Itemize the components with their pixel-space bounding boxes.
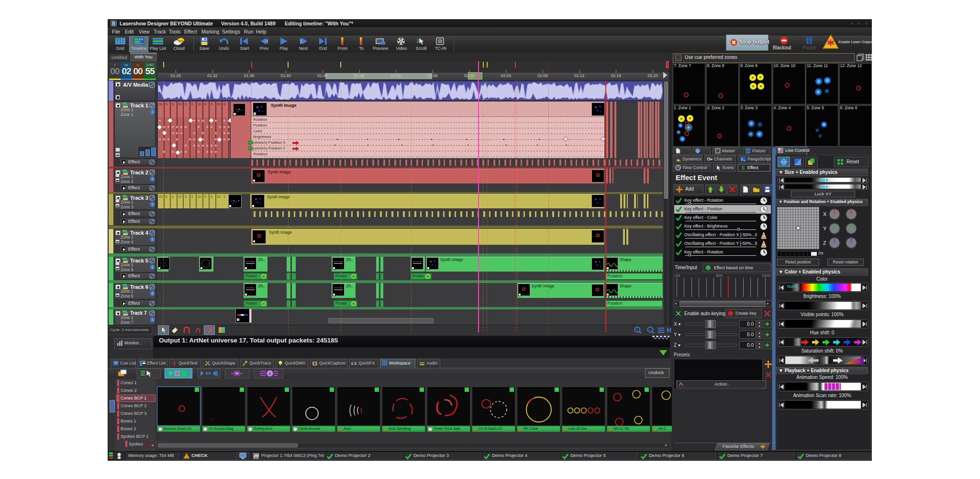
svg-text:i: i: [152, 237, 153, 241]
svg-text:i: i: [152, 291, 153, 296]
svg-text:EX: EX: [351, 361, 357, 366]
svg-text:i: i: [152, 265, 153, 269]
svg-text:i: i: [152, 177, 153, 181]
svg-text:i: i: [152, 202, 153, 206]
svg-text:+: +: [636, 327, 638, 332]
svg-text:−: −: [649, 327, 651, 332]
svg-text:i: i: [152, 110, 153, 114]
svg-text:!: !: [186, 455, 188, 459]
svg-text:Σ: Σ: [741, 165, 745, 171]
svg-text:S: S: [269, 372, 271, 376]
svg-text:T: T: [172, 361, 176, 366]
svg-text:i: i: [152, 318, 153, 322]
svg-text:beta: beta: [178, 39, 184, 42]
